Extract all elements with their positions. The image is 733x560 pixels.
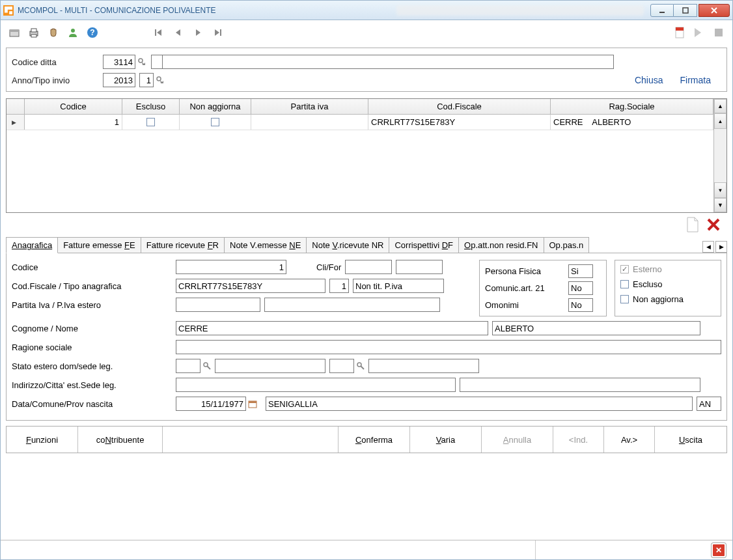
lookup-stato2-icon[interactable] xyxy=(355,361,366,371)
header-panel: Codice ditta Anno/Tipo invio Chiusa Firm… xyxy=(6,48,727,92)
cognome-label: Cognome / Nome xyxy=(12,324,176,333)
grid-col-cf[interactable]: Cod.Fiscale xyxy=(368,99,551,115)
comune-nascita-input[interactable] xyxy=(266,397,693,411)
titlebar-blur xyxy=(396,5,644,16)
scroll-page-down-button[interactable]: ▼ xyxy=(714,182,726,198)
tab-op-att-non-resid[interactable]: Op.att.non resid.FN xyxy=(458,237,544,253)
tab-note-ricevute[interactable]: Note V.ricevute NR xyxy=(306,237,389,253)
stato1-desc-input[interactable] xyxy=(215,359,325,373)
non-aggiorna-checkbox[interactable] xyxy=(620,295,629,303)
tab-scroll-left[interactable]: ◀ xyxy=(702,241,714,253)
svg-text:?: ? xyxy=(90,28,94,37)
stato2-desc-input[interactable] xyxy=(368,359,479,373)
toolbar-pdf-button[interactable] xyxy=(671,24,688,41)
codice-ditta-input[interactable] xyxy=(103,55,135,69)
nome-input[interactable] xyxy=(492,321,700,335)
funzioni-button[interactable]: Funzioni xyxy=(7,427,78,453)
rag-input[interactable] xyxy=(176,340,721,354)
toolbar-help-button[interactable]: ? xyxy=(84,24,101,41)
cell-non-aggiorna[interactable] xyxy=(180,115,251,130)
tab-corrispettivi[interactable]: Corrispettivi DF xyxy=(389,237,459,253)
toolbar-export-button[interactable] xyxy=(691,24,708,41)
status-chiusa: Chiusa xyxy=(635,75,663,85)
piva-est-input[interactable] xyxy=(264,298,440,312)
grid-col-escluso[interactable]: Escluso xyxy=(122,99,180,115)
svg-rect-13 xyxy=(676,27,684,31)
piva-label: Partita Iva / P.Iva estero xyxy=(12,300,176,310)
cell-escluso[interactable] xyxy=(122,115,180,130)
tab-fatture-ricevute[interactable]: Fatture ricevute FR xyxy=(141,237,225,253)
grid-col-indicator xyxy=(7,99,25,115)
omonimi-value[interactable]: No xyxy=(568,298,593,312)
cognome-input[interactable] xyxy=(176,321,488,335)
stato1-input[interactable] xyxy=(176,359,201,373)
new-doc-button[interactable] xyxy=(684,216,701,233)
cell-rag: CERRE ALBERTO xyxy=(551,115,713,130)
tab-scroll-right[interactable]: ▶ xyxy=(715,241,727,253)
cf-tipo-input[interactable] xyxy=(329,279,349,293)
grid-row[interactable]: ▶ 1 CRRLRT77S15E783Y CERRE ALBERTO xyxy=(7,115,713,130)
prov-nascita-input[interactable] xyxy=(697,397,721,411)
toolbar-hand-button[interactable] xyxy=(45,24,62,41)
pf-value[interactable]: Si xyxy=(568,264,593,278)
svg-point-7 xyxy=(71,29,75,33)
tab-anagrafica[interactable]: Anagrafica xyxy=(6,237,58,253)
clifor-input-2[interactable] xyxy=(396,260,443,274)
toolbar-stop-button[interactable] xyxy=(710,24,727,41)
grid-col-codice[interactable]: Codice xyxy=(25,99,122,115)
grid-scrollbar[interactable]: ▲ ▲ ▼ ▼ xyxy=(713,99,726,212)
ind2-input[interactable] xyxy=(460,378,700,392)
close-button[interactable] xyxy=(698,4,730,17)
ditta-extra-box xyxy=(151,55,163,69)
varia-button[interactable]: Varia xyxy=(410,427,482,453)
anno-input[interactable] xyxy=(103,73,135,87)
app-window: MCOMPOL - MULTI - COMUNICAZIONE POLIVALE… xyxy=(0,0,733,560)
delete-button[interactable] xyxy=(705,216,722,233)
nav-last-button[interactable] xyxy=(209,24,226,41)
nav-next-button[interactable] xyxy=(189,24,206,41)
scroll-page-up-button[interactable]: ▲ xyxy=(714,113,726,129)
av-button[interactable]: Av.> xyxy=(604,427,655,453)
toolbar-print-button[interactable] xyxy=(25,24,42,41)
grid-col-piva[interactable]: Partita iva xyxy=(251,99,368,115)
grid-col-rag[interactable]: Rag.Sociale xyxy=(551,99,713,115)
cf-tipo-txt[interactable] xyxy=(353,279,444,293)
lookup-ditta-icon[interactable] xyxy=(137,57,147,67)
checkbox-escluso[interactable] xyxy=(146,118,155,126)
codice-input[interactable] xyxy=(176,260,286,274)
conferma-button[interactable]: Conferma xyxy=(339,427,410,453)
data-nascita-input[interactable] xyxy=(176,397,246,411)
comunic-value[interactable]: No xyxy=(568,281,593,295)
minimize-button[interactable] xyxy=(650,4,674,17)
clifor-input-1[interactable] xyxy=(345,260,392,274)
scroll-down-button[interactable]: ▼ xyxy=(714,198,726,212)
tipo-input[interactable] xyxy=(139,73,154,87)
status-bar: ✕ xyxy=(1,540,732,559)
contribuente-button[interactable]: coNtribuente xyxy=(78,427,163,453)
stato2-input[interactable] xyxy=(329,359,354,373)
ditta-desc-input[interactable] xyxy=(162,55,614,69)
calendar-icon[interactable] xyxy=(247,399,258,409)
maximize-button[interactable] xyxy=(674,4,697,17)
nav-prev-button[interactable] xyxy=(170,24,187,41)
tab-fatture-emesse[interactable]: Fatture emesse FE xyxy=(57,237,141,253)
uscita-button[interactable]: Uscita xyxy=(655,427,726,453)
ind1-input[interactable] xyxy=(176,378,456,392)
clifor-label: Cli/For xyxy=(316,262,341,272)
svg-rect-14 xyxy=(715,29,723,36)
piva-input[interactable] xyxy=(176,298,260,312)
lookup-tipo-icon[interactable] xyxy=(155,75,165,85)
nav-first-button[interactable] xyxy=(150,24,167,41)
checkbox-non-aggiorna[interactable] xyxy=(211,118,219,126)
scroll-up-button[interactable]: ▲ xyxy=(714,99,726,113)
svg-rect-11 xyxy=(220,29,221,36)
tab-op-pas[interactable]: Op.pas.n xyxy=(544,237,590,253)
toolbar-person-button[interactable] xyxy=(64,24,81,41)
cf-input[interactable] xyxy=(176,279,325,293)
escluso-checkbox[interactable] xyxy=(620,280,629,288)
toolbar-open-button[interactable] xyxy=(6,24,23,41)
tab-note-emesse[interactable]: Note V.emesse NE xyxy=(224,237,307,253)
ind-label: Indirizzo/Citta' est.Sede leg. xyxy=(12,380,176,390)
grid-col-non-aggiorna[interactable]: Non aggiorna xyxy=(180,99,251,115)
lookup-stato1-icon[interactable] xyxy=(202,361,212,371)
